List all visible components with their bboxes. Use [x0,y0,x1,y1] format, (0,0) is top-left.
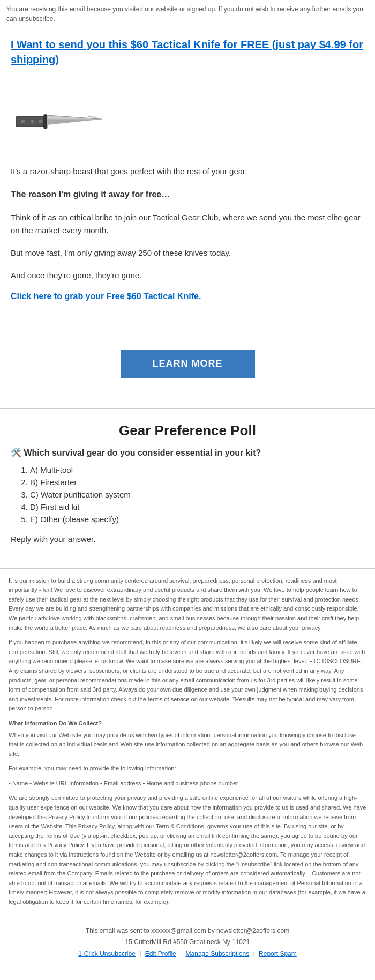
poll-icon: 🛠️ [11,448,21,457]
legal-paragraph-1: It is our mission to build a strong comm… [9,576,366,633]
body-paragraph-1: It's a razor-sharp beast that goes perfe… [11,165,364,178]
poll-question: 🛠️ Which survival gear do you consider e… [11,448,364,458]
poll-option-2: B) Firestarter [30,478,364,487]
poll-options-list: A) Multi-tool B) Firestarter C) Water pu… [11,465,364,524]
legal-paragraph-2: If you happen to purchase anything we re… [9,638,366,714]
footer-legal: It is our mission to build a strong comm… [0,568,375,920]
unsubscribe-link[interactable]: 1-Click Unsubscribe [78,950,136,957]
poll-option-1: A) Multi-tool [30,465,364,474]
address-text: 15 CutterMill Rd #550 Great neck Ny 1102… [5,937,370,948]
learn-more-section: LEARN MORE [11,350,364,378]
svg-point-4 [39,120,42,123]
top-disclaimer: You are receiving this email because you… [0,0,375,28]
manage-subscriptions-link[interactable]: Manage Subscriptions [186,950,250,957]
disclaimer-text: You are receiving this email because you… [6,5,363,23]
poll-title: Gear Preference Poll [11,422,364,439]
what-info-text: When you visit our Web site you may prov… [9,731,366,759]
report-spam-link[interactable]: Report Spam [259,950,297,957]
body-paragraph-2: The reason I'm giving it away for free… [11,188,364,202]
knife-image-area [11,78,364,154]
spacer-1 [11,317,364,339]
poll-section: Gear Preference Poll 🛠️ Which survival g… [0,414,375,568]
learn-more-button[interactable]: LEARN MORE [121,350,255,378]
privacy-paragraph: We are strongly committed to protecting … [9,793,366,907]
poll-option-4: D) First aid kit [30,502,364,511]
svg-point-3 [31,120,34,123]
sep1: | [139,950,141,957]
body-paragraph-5: And once they're gone, they're gone. [11,269,364,282]
reply-text: Reply with your answer. [11,534,364,544]
body-paragraph-4: But move fast, I'm only giving away 250 … [11,247,364,259]
sent-to-text: This email was sent to xxxxxx@gmail.com … [5,925,370,937]
cta-link[interactable]: Click here to grab your Free $60 Tactica… [11,292,364,301]
footer-links-row: 1-Click Unsubscribe | Edit Profile | Man… [5,948,370,960]
svg-rect-5 [43,114,47,129]
body-paragraph-3: Think of it as an ethical bribe to join … [11,211,364,237]
example-text: For example, you may need to provide the… [9,764,366,774]
bottom-footer: This email was sent to xxxxxx@gmail.com … [0,920,375,966]
headline-link[interactable]: I Want to send you this $60 Tactical Kni… [11,37,364,67]
what-info-title: What Information Do We Collect? [9,719,366,729]
sep2: | [180,950,182,957]
edit-profile-link[interactable]: Edit Profile [145,950,176,957]
example-items: • Name • Website URL information • Email… [9,779,366,789]
knife-image [11,78,107,153]
sep3: | [253,950,255,957]
poll-option-3: C) Water purification system [30,490,364,499]
poll-option-5: E) Other (please specify) [30,515,364,524]
section-divider-1 [0,408,375,409]
poll-question-text: Which survival gear do you consider esse… [24,448,261,457]
main-content: I Want to send you this $60 Tactical Kni… [0,28,375,403]
svg-point-2 [21,120,25,123]
